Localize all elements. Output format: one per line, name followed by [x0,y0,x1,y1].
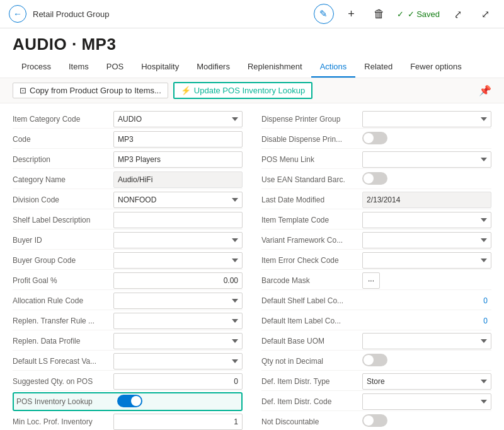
pos-inventory-lookup-toggle[interactable] [117,395,142,407]
buyer-group-code-value [113,252,243,269]
not-discountable-toggle[interactable] [362,414,387,427]
tab-replenishment[interactable]: Replenishment [239,57,311,78]
tab-related[interactable]: Related [355,57,401,78]
pos-inventory-lookup-label: POS Inventory Lookup [16,397,117,406]
dispense-printer-group-select[interactable] [362,111,491,127]
buyer-id-value [113,232,243,248]
default-shelf-label-label: Default Shelf Label Co... [261,296,362,305]
dispense-printer-group-value [362,111,491,127]
pos-menu-link-select[interactable] [362,151,491,168]
item-template-code-label: Item Template Code [261,216,362,224]
expand-icon: ⤢ [481,8,490,20]
tab-modifiers[interactable]: Modifiers [188,57,239,78]
pin-icon[interactable]: 📌 [479,84,491,96]
default-base-uom-select[interactable] [362,333,491,349]
buyer-id-select[interactable] [113,232,243,248]
def-item-distr-code-row: Def. Item Distr. Code [261,392,491,411]
def-item-distr-type-label: Def. Item Distr. Type [261,377,362,386]
expand-button[interactable]: ⤢ [475,4,495,24]
division-code-select[interactable]: NONFOOD [113,192,243,208]
category-name-input[interactable] [113,171,243,188]
trash-icon: 🗑 [374,8,385,21]
replen-data-profile-label: Replen. Data Profile [13,337,113,346]
not-discountable-value [362,414,491,429]
buyer-id-row: Buyer ID [13,231,243,250]
code-value [113,131,243,148]
def-item-distr-type-select[interactable]: Store [362,373,491,390]
suggested-qty-label: Suggested Qty. on POS [13,377,113,386]
copy-from-product-group-button[interactable]: ⊡ Copy from Product Group to Items... [13,83,168,98]
replen-data-profile-select[interactable] [113,333,243,349]
shelf-label-description-input[interactable] [113,212,243,228]
disable-dispense-print-value [362,132,491,146]
disable-dispense-print-label: Disable Dispense Prin... [261,135,362,144]
barcode-mask-value: ··· [362,272,491,289]
item-category-code-value: AUDIO [113,111,243,127]
toggle-slider-2 [362,132,387,144]
disable-dispense-print-row: Disable Dispense Prin... [261,130,491,149]
suggested-qty-value [113,373,243,390]
item-category-code-row: Item Category Code AUDIO [13,110,243,129]
division-code-row: Division Code NONFOOD [13,190,243,209]
tab-actions[interactable]: Actions [311,57,356,78]
category-name-row: Category Name [13,170,243,189]
qty-not-in-decimal-toggle[interactable] [362,354,387,366]
variant-framework-row: Variant Framework Co... [261,231,491,250]
default-shelf-label-number[interactable]: 0 [362,294,491,307]
barcode-mask-button[interactable]: ··· [362,272,380,289]
disable-dispense-print-toggle[interactable] [362,132,387,144]
tab-process[interactable]: Process [13,57,60,78]
code-input[interactable] [113,131,243,148]
back-button[interactable]: ← [9,5,26,23]
profit-goal-input[interactable] [113,272,243,289]
delete-button[interactable]: 🗑 [369,4,389,24]
tab-fewer-options[interactable]: Fewer options [401,57,471,78]
item-category-code-select[interactable]: AUDIO [113,111,243,127]
update-pos-inventory-lookup-button[interactable]: ⚡ Update POS Inventory Lookup [173,82,312,99]
def-item-distr-code-label: Def. Item Distr. Code [261,397,362,406]
pos-inventory-lookup-row: POS Inventory Lookup [13,392,243,411]
variant-framework-select[interactable] [362,232,491,248]
use-ean-standard-toggle[interactable] [362,172,387,185]
saved-status: ✓ ✓ Saved [397,9,440,19]
left-column: Item Category Code AUDIO Code Descriptio… [13,110,243,424]
item-error-check-code-select[interactable] [362,252,491,269]
right-column: Dispense Printer Group Disable Dispense … [261,110,491,424]
suggested-qty-input[interactable] [113,373,243,390]
item-error-check-code-value [362,252,491,269]
default-ls-forecast-select[interactable] [113,353,243,369]
add-button[interactable]: + [341,4,362,24]
topbar-title: Retail Product Group [33,9,109,19]
variant-framework-value [362,232,491,248]
default-ls-forecast-row: Default LS Forecast Va... [13,352,243,371]
buyer-group-code-select[interactable] [113,252,243,269]
tab-pos[interactable]: POS [98,57,132,78]
form-area: Item Category Code AUDIO Code Descriptio… [0,103,504,430]
barcode-mask-label: Barcode Mask [261,276,362,285]
allocation-rule-code-select[interactable] [113,293,243,309]
tab-items[interactable]: Items [60,57,98,78]
profit-goal-label: Profit Goal % [13,276,113,285]
topbar: ← Retail Product Group ✎ + 🗑 ✓ ✓ Saved ⤤… [0,0,504,28]
default-item-label-row: Default Item Label Co... 0 [261,311,491,330]
allocation-rule-code-label: Allocation Rule Code [13,296,113,305]
replen-data-profile-row: Replen. Data Profile [13,332,243,351]
plus-icon: + [348,8,355,21]
item-error-check-code-label: Item Error Check Code [261,256,362,265]
edit-button[interactable]: ✎ [314,4,334,24]
min-loc-prof-inventory-input[interactable] [113,414,243,430]
not-discountable-row: Not Discountable [261,412,491,430]
dispense-printer-group-row: Dispense Printer Group [261,110,491,129]
toggle-slider-4 [362,354,387,366]
tab-hospitality[interactable]: Hospitality [132,57,188,78]
export-button[interactable]: ⤤ [447,4,467,24]
description-input[interactable] [113,151,243,168]
default-item-label-number[interactable]: 0 [362,315,491,327]
replen-transfer-rule-select[interactable] [113,313,243,329]
variant-framework-label: Variant Framework Co... [261,236,362,245]
action-toolbar: ⊡ Copy from Product Group to Items... ⚡ … [0,78,504,103]
profit-goal-row: Profit Goal % [13,271,243,290]
nav-tabs: Process Items POS Hospitality Modifiers … [0,57,504,78]
item-template-code-select[interactable] [362,212,491,228]
def-item-distr-code-select[interactable] [362,393,491,410]
